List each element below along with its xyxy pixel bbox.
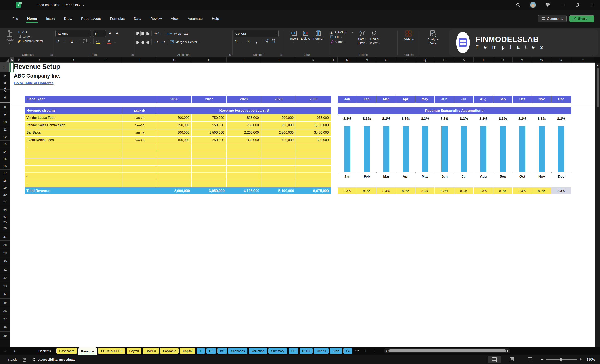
column-header-U[interactable]: U xyxy=(493,57,513,62)
sheet-tab-captable[interactable]: CapTable xyxy=(160,348,179,354)
sheet-tab-cf[interactable]: CF xyxy=(206,348,216,354)
sheet-tab-cogs-opex[interactable]: COGS & OPEX xyxy=(98,348,125,354)
seasonality-pct-cell[interactable]: 8.3% xyxy=(551,187,571,194)
wrap-text-button[interactable]: ab↩Wrap Text xyxy=(167,32,188,35)
find-select-button[interactable]: Find &Select ⌄ xyxy=(369,29,380,45)
percent-format-button[interactable]: % xyxy=(246,38,251,44)
column-header-J[interactable]: J xyxy=(261,57,296,62)
month-header-nov[interactable]: Nov xyxy=(532,96,551,103)
revenue-streams-header[interactable]: Revenue streams xyxy=(25,107,122,114)
page-break-view-button[interactable] xyxy=(523,356,536,363)
number-dialog-launcher[interactable]: ⇲ xyxy=(280,53,282,56)
bottom-align-button[interactable] xyxy=(146,32,149,35)
decrease-decimal-button[interactable]: .00→0 xyxy=(272,39,275,43)
analyze-data-button[interactable]: AnalyzeData xyxy=(427,29,438,46)
value-cell[interactable]: 550,000 xyxy=(296,136,331,144)
row-header-29[interactable]: 29 xyxy=(0,249,10,257)
row-header-24[interactable]: 24 xyxy=(0,214,10,220)
empty-value-cell[interactable] xyxy=(157,173,192,180)
month-header-dec[interactable]: Dec xyxy=(551,96,571,103)
horizontal-scrollbar[interactable]: ◀ ▶ xyxy=(384,348,510,353)
orientation-button[interactable]: ab⤢ xyxy=(154,31,159,36)
next-sheet-icon[interactable]: › xyxy=(10,349,20,353)
value-cell[interactable]: 450,000 xyxy=(261,136,296,144)
autosum-button[interactable]: ∑AutoSum⌄ xyxy=(330,30,354,34)
column-header-R[interactable]: R xyxy=(435,57,454,62)
value-cell[interactable]: 1,500,000 xyxy=(192,129,227,136)
sheet-tab-scenarios[interactable]: Scenarios xyxy=(228,348,247,354)
row-header-37[interactable]: 37 xyxy=(0,315,10,323)
zoom-slider[interactable] xyxy=(546,359,577,360)
vertical-scroll-thumb[interactable] xyxy=(597,68,599,107)
row-header-2[interactable]: 2 xyxy=(0,72,10,80)
normal-view-button[interactable] xyxy=(488,356,501,363)
comments-button[interactable]: Comments xyxy=(538,15,566,22)
month-header-may[interactable]: May xyxy=(415,96,435,103)
sheet-tab-revenue[interactable]: Revenue xyxy=(78,347,97,355)
empty-value-cell[interactable] xyxy=(227,144,261,151)
borders-button[interactable] xyxy=(83,38,87,44)
total-value-cell[interactable]: 5,100,000 xyxy=(261,187,296,194)
seasonality-pct-cell[interactable]: 8.3% xyxy=(532,187,551,194)
sheet-canvas[interactable]: Revenue Setup ABC Company Inc. Go to Tab… xyxy=(10,63,595,347)
empty-value-cell[interactable] xyxy=(157,144,192,151)
company-name-cell[interactable]: ABC Company Inc. xyxy=(14,73,60,79)
increase-indent-button[interactable]: →≡ xyxy=(161,39,166,45)
empty-value-cell[interactable] xyxy=(261,166,296,173)
sheet-title-cell[interactable]: Revenue Setup xyxy=(14,63,60,71)
empty-value-cell[interactable] xyxy=(227,151,261,158)
empty-name-cell[interactable]: - xyxy=(25,166,122,173)
row-header-19[interactable]: 19 xyxy=(0,184,10,191)
month-header-oct[interactable]: Oct xyxy=(513,96,532,103)
new-sheet-icon[interactable]: + xyxy=(364,348,367,354)
month-header-sep[interactable]: Sep xyxy=(493,96,513,103)
macro-record-icon[interactable] xyxy=(23,358,27,362)
value-cell[interactable]: 825,000 xyxy=(227,114,261,121)
empty-value-cell[interactable] xyxy=(261,173,296,180)
clipboard-dialog-launcher[interactable]: ⇲ xyxy=(50,53,53,56)
decrease-indent-button[interactable]: ←≡ xyxy=(154,39,159,45)
collapse-ribbon-icon[interactable]: ⌄ xyxy=(592,53,595,56)
seasonality-pct-cell[interactable]: 8.3% xyxy=(474,187,493,194)
year-header-2030[interactable]: 2030 xyxy=(296,96,331,103)
fiscal-year-label[interactable]: Fiscal Year xyxy=(25,96,157,103)
sheet-tab-is[interactable]: IS xyxy=(197,348,205,354)
empty-name-cell[interactable]: - xyxy=(25,180,122,187)
months-header-row[interactable]: JanFebMarAprMayJunJulAugSepOctNovDec xyxy=(338,96,571,103)
page-layout-view-button[interactable] xyxy=(506,356,519,363)
menu-tab-help[interactable]: Help xyxy=(208,15,223,23)
alignment-dialog-launcher[interactable]: ⇲ xyxy=(229,53,231,56)
sort-filter-button[interactable]: AZ Sort &Filter ⌄ xyxy=(358,29,367,45)
seasonality-section[interactable]: Revenue Seasonality Assumptions8.3%Jan8.… xyxy=(338,107,571,194)
currency-format-button[interactable]: $ xyxy=(234,38,239,44)
sheet-tab-capex[interactable]: CAPEX xyxy=(143,348,159,354)
row-header-32[interactable]: 32 xyxy=(0,274,10,282)
row-header-1[interactable]: 1 xyxy=(0,63,10,72)
delete-cells-button[interactable]: Delete⌄ xyxy=(301,29,310,43)
value-cell[interactable]: 950,000 xyxy=(261,122,296,129)
zoom-level[interactable]: 130% xyxy=(584,358,595,362)
seasonality-pct-cell[interactable]: 8.3% xyxy=(493,187,513,194)
month-header-jul[interactable]: Jul xyxy=(454,96,474,103)
column-header-H[interactable]: H xyxy=(192,57,227,62)
menu-tab-insert[interactable]: Insert xyxy=(42,15,59,23)
insert-cells-button[interactable]: Insert⌄ xyxy=(290,29,298,43)
account-avatar[interactable] xyxy=(525,0,540,10)
menu-tab-data[interactable]: Data xyxy=(130,15,145,23)
column-header-S[interactable]: S xyxy=(454,57,474,62)
empty-value-cell[interactable] xyxy=(261,180,296,187)
row-header-15[interactable]: 15 xyxy=(0,155,10,162)
stream-name-cell[interactable]: Vendor Lease Fees xyxy=(25,114,122,121)
row-header-5[interactable]: 5 xyxy=(0,90,10,93)
top-align-button[interactable] xyxy=(136,32,139,35)
launch-cell[interactable]: Jan-26 xyxy=(122,129,157,136)
empty-value-cell[interactable] xyxy=(296,173,331,180)
forecast-header[interactable]: Revenue Forecast by years, $ xyxy=(157,107,331,114)
launch-cell[interactable]: Jan-26 xyxy=(122,122,157,129)
menu-tab-formulas[interactable]: Formulas xyxy=(106,15,128,23)
empty-value-cell[interactable] xyxy=(192,166,227,173)
year-header-2029[interactable]: 2029 xyxy=(261,96,296,103)
menu-tab-view[interactable]: View xyxy=(167,15,182,23)
menu-tab-page-layout[interactable]: Page Layout xyxy=(77,15,105,23)
empty-value-cell[interactable] xyxy=(157,151,192,158)
